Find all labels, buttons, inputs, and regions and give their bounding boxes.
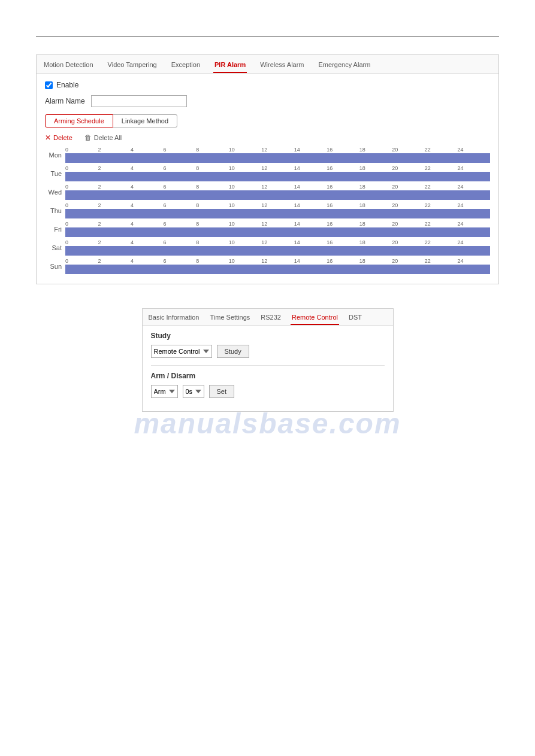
top-divider <box>36 36 499 37</box>
sub-tab-arming-schedule[interactable]: Arming Schedule <box>45 114 113 127</box>
hour-labels-thu: 0 2 4 6 8 10 12 14 16 18 20 22 2 <box>65 202 490 208</box>
remote-control-body: Study Remote Control Study Arm / Disarm … <box>143 326 393 411</box>
tab2-rs232[interactable]: RS232 <box>259 312 282 325</box>
delete-all-button[interactable]: 🗑 Delete All <box>84 133 122 142</box>
tab-pir-alarm[interactable]: PIR Alarm <box>213 59 247 73</box>
schedule-bar-mon[interactable] <box>65 153 490 163</box>
pir-tabs-bar: Motion Detection Video Tampering Excepti… <box>37 55 498 74</box>
schedule-bar-thu[interactable] <box>65 209 490 218</box>
tab2-dst[interactable]: DST <box>347 312 363 325</box>
schedule-bar-wed[interactable] <box>65 190 490 200</box>
x-icon: ✕ <box>45 133 51 142</box>
sub-tab-linkage-method[interactable]: Linkage Method <box>113 114 177 127</box>
delete-all-label: Delete All <box>94 134 122 141</box>
pir-panel-body: Enable Alarm Name Arming Schedule Linkag… <box>37 74 498 284</box>
tab2-remote-control[interactable]: Remote Control <box>291 312 339 325</box>
day-label-tue: Tue <box>45 170 65 177</box>
trash-icon: 🗑 <box>84 133 92 142</box>
schedule-bar-sat[interactable] <box>65 246 490 256</box>
section-divider <box>151 365 385 366</box>
tab-motion-detection[interactable]: Motion Detection <box>43 59 95 73</box>
schedule-bar-fri[interactable] <box>65 227 490 237</box>
sub-tabs: Arming Schedule Linkage Method <box>45 114 490 127</box>
remote-control-dropdown[interactable]: Remote Control <box>151 345 212 358</box>
set-button[interactable]: Set <box>209 385 235 398</box>
study-control-row: Remote Control Study <box>151 345 385 358</box>
delete-button[interactable]: ✕ Delete <box>45 133 72 142</box>
study-button[interactable]: Study <box>217 345 249 358</box>
delete-label: Delete <box>53 134 72 141</box>
schedule-row-sun: Sun 0 2 4 6 8 10 12 14 16 18 <box>45 258 490 274</box>
remote-control-panel: Basic Information Time Settings RS232 Re… <box>142 308 394 412</box>
schedule-bar-sun[interactable] <box>65 265 490 274</box>
schedule-row-mon: Mon 0 2 4 6 8 10 12 14 16 18 <box>45 147 490 163</box>
schedule-row-wed: Wed 0 2 4 6 8 10 12 14 16 18 <box>45 184 490 200</box>
schedule-row-fri: Fri 0 2 4 6 8 10 12 14 16 18 <box>45 221 490 237</box>
schedule-bar-tue[interactable] <box>65 172 490 181</box>
hour-labels-sat: 0 2 4 6 8 10 12 14 16 18 20 22 2 <box>65 239 490 245</box>
study-section-title: Study <box>151 332 385 340</box>
pir-alarm-panel: Motion Detection Video Tampering Excepti… <box>36 54 499 284</box>
delay-dropdown[interactable]: 0s <box>183 385 204 398</box>
arm-disarm-control-row: Arm 0s Set <box>151 385 385 398</box>
day-label-wed: Wed <box>45 189 65 196</box>
arm-disarm-section-title: Arm / Disarm <box>151 372 385 380</box>
alarm-name-label: Alarm Name <box>45 97 85 105</box>
tab2-basic-information[interactable]: Basic Information <box>147 312 201 325</box>
actions-row: ✕ Delete 🗑 Delete All <box>45 133 490 142</box>
tab-wireless-alarm[interactable]: Wireless Alarm <box>259 59 305 73</box>
watermark: manualsbase.com <box>134 407 401 440</box>
alarm-name-input[interactable] <box>91 95 187 107</box>
tab-exception[interactable]: Exception <box>170 59 201 73</box>
day-label-sat: Sat <box>45 244 65 251</box>
tab2-time-settings[interactable]: Time Settings <box>208 312 251 325</box>
schedule-row-sat: Sat 0 2 4 6 8 10 12 14 16 18 <box>45 239 490 256</box>
day-label-thu: Thu <box>45 207 65 214</box>
alarm-name-row: Alarm Name <box>45 95 490 107</box>
day-label-fri: Fri <box>45 226 65 233</box>
schedule-grid: Mon 0 2 4 6 8 10 12 14 16 18 <box>45 147 490 274</box>
hour-labels-wed: 0 2 4 6 8 10 12 14 16 18 20 22 2 <box>65 184 490 190</box>
hour-labels-mon: 0 2 4 6 8 10 12 14 16 18 20 22 2 <box>65 147 490 153</box>
arm-dropdown[interactable]: Arm <box>151 385 178 398</box>
day-label-mon: Mon <box>45 151 65 159</box>
enable-checkbox[interactable] <box>45 81 53 89</box>
hour-labels-sun: 0 2 4 6 8 10 12 14 16 18 20 22 2 <box>65 258 490 264</box>
hour-labels-fri: 0 2 4 6 8 10 12 14 16 18 20 22 2 <box>65 221 490 227</box>
tab-emergency-alarm[interactable]: Emergency Alarm <box>318 59 372 73</box>
hour-labels-tue: 0 2 4 6 8 10 12 14 16 18 20 22 2 <box>65 165 490 171</box>
tab-video-tampering[interactable]: Video Tampering <box>107 59 158 73</box>
enable-row: Enable <box>45 81 490 89</box>
schedule-row-thu: Thu 0 2 4 6 8 10 12 14 16 18 <box>45 202 490 218</box>
day-label-sun: Sun <box>45 263 65 270</box>
enable-label: Enable <box>56 81 78 89</box>
remote-control-tabs-bar: Basic Information Time Settings RS232 Re… <box>143 309 393 326</box>
schedule-row-tue: Tue 0 2 4 6 8 10 12 14 16 18 <box>45 165 490 181</box>
